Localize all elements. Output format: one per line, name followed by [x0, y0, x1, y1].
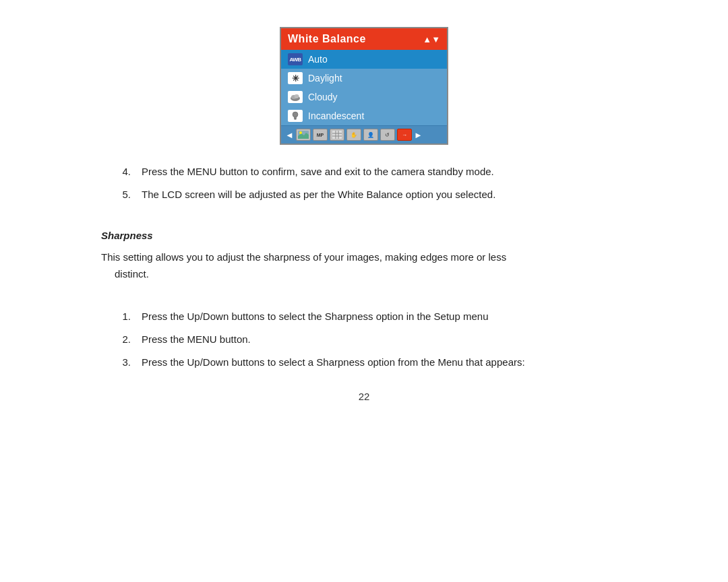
- wb-header-title: White Balance: [288, 33, 366, 45]
- svg-rect-4: [294, 117, 297, 119]
- step-4-text: Press the MENU button to confirm, save a…: [142, 164, 627, 180]
- wb-item-daylight[interactable]: ✳ Daylight: [281, 69, 447, 88]
- step-5: 5. The LCD screen will be adjusted as pe…: [101, 187, 627, 203]
- page-number: 22: [101, 391, 627, 402]
- sharpness-step-3: 3. Press the Up/Down buttons to select a…: [101, 354, 627, 370]
- cloudy-icon: [288, 91, 303, 103]
- wb-item-auto[interactable]: AWB Auto: [281, 50, 447, 69]
- toolbar-rotate-icon: ↺: [380, 129, 395, 141]
- step-4-number: 4.: [101, 164, 142, 180]
- toolbar-right-arrow: ►: [414, 130, 423, 140]
- step-5-text: The LCD screen will be adjusted as per t…: [142, 187, 627, 203]
- sharpness-step-3-text: Press the Up/Down buttons to select a Sh…: [142, 354, 627, 370]
- camera-ui-wrapper: White Balance ▲▼ AWB Auto ✳ Daylight: [101, 27, 627, 145]
- daylight-icon: ✳: [288, 72, 303, 84]
- steps-4-5: 4. Press the MENU button to confirm, sav…: [101, 164, 627, 203]
- page-container: White Balance ▲▼ AWB Auto ✳ Daylight: [101, 0, 627, 443]
- svg-point-2: [295, 94, 299, 98]
- sharpness-section: Sharpness This setting allows you to adj…: [101, 230, 627, 370]
- camera-ui: White Balance ▲▼ AWB Auto ✳ Daylight: [280, 27, 448, 145]
- sharpness-heading: Sharpness: [101, 230, 627, 241]
- sharpness-paragraph: This setting allows you to adjust the sh…: [101, 249, 627, 283]
- spacer-1: [101, 216, 627, 230]
- sharpness-step-2-number: 2.: [101, 331, 142, 348]
- sharpness-step-2: 2. Press the MENU button.: [101, 331, 627, 348]
- wb-arrows: ▲▼: [423, 34, 440, 44]
- wb-header: White Balance ▲▼: [281, 28, 447, 50]
- incandescent-icon: [288, 110, 303, 122]
- sharpness-step-2-text: Press the MENU button.: [142, 331, 627, 348]
- wb-item-incandescent[interactable]: Incandescent: [281, 106, 447, 125]
- spacer-2: [101, 295, 627, 309]
- wb-toolbar: ◄ MP: [281, 125, 447, 143]
- wb-label-daylight: Daylight: [308, 73, 342, 84]
- toolbar-grid-icon: [330, 129, 344, 141]
- svg-point-8: [299, 131, 302, 134]
- awb-icon: AWB: [288, 53, 303, 65]
- toolbar-forward-icon: →: [397, 129, 412, 141]
- sharpness-step-1: 1. Press the Up/Down buttons to select t…: [101, 309, 627, 325]
- wb-item-cloudy[interactable]: Cloudy: [281, 88, 447, 106]
- sharpness-step-3-number: 3.: [101, 354, 142, 370]
- sharpness-step-1-number: 1.: [101, 309, 142, 325]
- toolbar-left-arrow: ◄: [285, 130, 294, 140]
- sharpness-paragraph-line2: distinct.: [101, 266, 627, 283]
- step-4: 4. Press the MENU button to confirm, sav…: [101, 164, 627, 180]
- wb-label-auto: Auto: [308, 54, 328, 65]
- svg-rect-9: [332, 131, 342, 139]
- step-5-number: 5.: [101, 187, 142, 203]
- svg-rect-5: [295, 119, 297, 120]
- wb-label-incandescent: Incandescent: [308, 110, 364, 121]
- toolbar-mp-icon: MP: [313, 129, 328, 141]
- toolbar-landscape-icon: [296, 129, 311, 141]
- sharpness-step-1-text: Press the Up/Down buttons to select the …: [142, 309, 627, 325]
- svg-point-3: [293, 112, 298, 117]
- sharpness-paragraph-line1: This setting allows you to adjust the sh…: [101, 251, 506, 263]
- toolbar-person-icon: 👤: [363, 129, 378, 141]
- toolbar-hand-icon: ✋: [346, 129, 361, 141]
- wb-label-cloudy: Cloudy: [308, 92, 338, 102]
